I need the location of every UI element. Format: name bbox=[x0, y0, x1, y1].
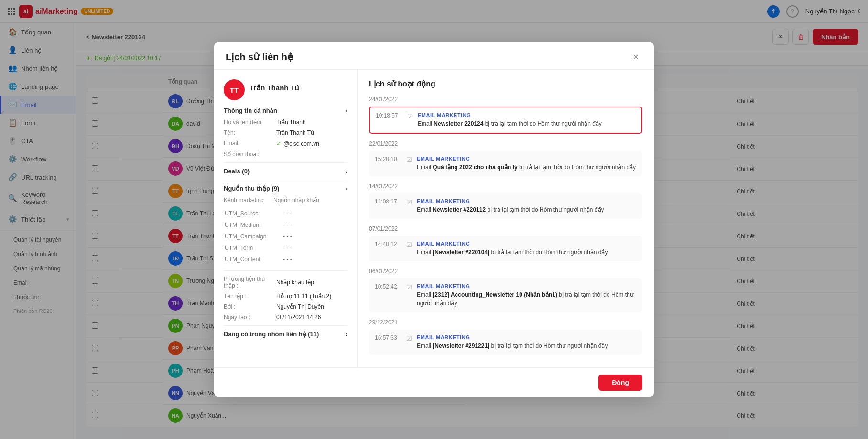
date-separator: 29/12/2021 bbox=[369, 319, 642, 326]
modal-title: Lịch sử liên hệ bbox=[226, 51, 293, 63]
activity-desc: Email [Newsletter #291221] bị trả lại tạ… bbox=[417, 342, 637, 350]
contact-avatar: TT bbox=[224, 79, 245, 100]
activity-content: EMAIL MARKETING Email [Newsletter #29122… bbox=[417, 334, 637, 350]
check-icon: ☑ bbox=[406, 241, 412, 257]
utm-key: UTM_Source bbox=[225, 208, 282, 219]
modal-header: Lịch sử liên hệ × bbox=[214, 42, 654, 70]
activity-time: 11:08:17 bbox=[375, 198, 401, 214]
utm-header: Kênh marketing Nguồn nhập khẩu bbox=[224, 197, 347, 203]
date-separator: 24/01/2022 bbox=[369, 96, 642, 103]
activity-time: 10:52:42 bbox=[375, 283, 401, 308]
field-email: Email: ✓ @cjsc.com.vn bbox=[224, 140, 347, 147]
modal-footer: Đóng bbox=[214, 367, 654, 397]
activity-time: 15:20:10 bbox=[375, 156, 401, 171]
activity-desc: Email Newsletter 220124 bị trả lại tạm t… bbox=[418, 119, 636, 128]
modal-close-button[interactable]: × bbox=[629, 50, 642, 64]
activity-item: 14:40:12 ☑ EMAIL MARKETING Email [Newsle… bbox=[369, 236, 642, 261]
deals-section[interactable]: Deals (0) › bbox=[224, 168, 347, 175]
divider3 bbox=[224, 270, 347, 271]
utm-key: UTM_Medium bbox=[225, 220, 282, 230]
utm-row: UTM_Campaign - - - bbox=[225, 231, 347, 242]
date-separator: 22/01/2022 bbox=[369, 140, 642, 147]
utm-value: - - - bbox=[283, 208, 347, 219]
chevron-right-icon: › bbox=[346, 107, 347, 114]
activity-content: EMAIL MARKETING Email [Newsletter #22010… bbox=[417, 241, 637, 257]
field-phone: Số điện thoại: bbox=[224, 151, 347, 158]
activity-desc: Email Newsletter #220112 bị trả lại tạm … bbox=[417, 205, 637, 214]
date-separator: 14/01/2022 bbox=[369, 183, 642, 190]
divider2 bbox=[224, 180, 347, 180]
utm-key: UTM_Campaign bbox=[225, 231, 282, 242]
date-separator: 06/01/2022 bbox=[369, 268, 642, 275]
date-separator: 07/01/2022 bbox=[369, 225, 642, 232]
utm-value: - - - bbox=[283, 231, 347, 242]
utm-value: - - - bbox=[283, 243, 347, 253]
nhom-section[interactable]: Đang có trong nhóm liên hệ (11) › bbox=[224, 331, 347, 338]
activity-content: EMAIL MARKETING Email [2312] Accounting_… bbox=[417, 283, 637, 308]
activity-item: 11:08:17 ☑ EMAIL MARKETING Email Newslet… bbox=[369, 193, 642, 219]
activity-item: 16:57:33 ☑ EMAIL MARKETING Email [Newsle… bbox=[369, 330, 642, 355]
check-icon: ☑ bbox=[406, 156, 412, 171]
field-ten-tep: Tên tệp : Hỗ trợ 11.11 (Tuần 2) bbox=[224, 293, 347, 300]
activity-tag: EMAIL MARKETING bbox=[417, 198, 637, 204]
utm-row: UTM_Medium - - - bbox=[225, 220, 347, 230]
activity-desc: Email [2312] Accounting_Newsletter 10 (N… bbox=[417, 290, 637, 308]
verified-icon: ✓ bbox=[276, 140, 282, 147]
activity-time: 14:40:12 bbox=[375, 241, 401, 257]
modal-overlay: Lịch sử liên hệ × TT Trần Thanh Tú Thông… bbox=[0, 0, 868, 439]
contact-name: Trần Thanh Tú bbox=[250, 84, 299, 92]
utm-row: UTM_Source - - - bbox=[225, 208, 347, 219]
chevron-right-icon: › bbox=[346, 331, 347, 338]
activity-item: 10:18:57 ☑ EMAIL MARKETING Email Newslet… bbox=[369, 107, 642, 134]
activity-content: EMAIL MARKETING Email Newsletter 220124 … bbox=[418, 112, 636, 128]
nguon-section[interactable]: Nguồn thu thập (9) › bbox=[224, 185, 347, 192]
modal-right-panel: Lịch sử hoạt động 24/01/2022 10:18:57 ☑ … bbox=[358, 70, 654, 367]
activity-desc: Email Quà tặng 2022 cho nhà quản lý bị t… bbox=[417, 163, 637, 171]
activity-tag: EMAIL MARKETING bbox=[417, 334, 637, 340]
chevron-right-icon: › bbox=[346, 185, 347, 192]
activity-content: EMAIL MARKETING Email Newsletter #220112… bbox=[417, 198, 637, 214]
utm-table: UTM_Source - - - UTM_Medium - - - UTM_Ca… bbox=[224, 207, 347, 266]
field-ten: Tên: Trần Thanh Tú bbox=[224, 129, 347, 136]
check-icon: ☑ bbox=[406, 335, 412, 350]
activity-item: 15:20:10 ☑ EMAIL MARKETING Email Quà tặn… bbox=[369, 151, 642, 176]
utm-row: UTM_Content - - - bbox=[225, 254, 347, 265]
activity-time: 16:57:33 bbox=[375, 334, 401, 350]
utm-value: - - - bbox=[283, 220, 347, 230]
check-icon: ☑ bbox=[406, 199, 412, 214]
check-icon: ☑ bbox=[407, 113, 413, 128]
divider1 bbox=[224, 162, 347, 163]
field-ngay-tao: Ngày tạo : 08/11/2021 14:26 bbox=[224, 314, 347, 321]
activity-time: 10:18:57 bbox=[376, 112, 402, 128]
modal-body: TT Trần Thanh Tú Thông tin cá nhân › Họ … bbox=[214, 70, 654, 367]
modal-left-panel: TT Trần Thanh Tú Thông tin cá nhân › Họ … bbox=[214, 70, 358, 367]
utm-key: UTM_Term bbox=[225, 243, 282, 253]
activity-tag: EMAIL MARKETING bbox=[418, 112, 636, 118]
field-boi: Bởi : Nguyễn Thị Duyên bbox=[224, 303, 347, 310]
utm-value: - - - bbox=[283, 254, 347, 265]
activity-tag: EMAIL MARKETING bbox=[417, 283, 637, 289]
activity-title: Lịch sử hoạt động bbox=[369, 79, 642, 88]
activity-tag: EMAIL MARKETING bbox=[417, 241, 637, 246]
activity-tag: EMAIL MARKETING bbox=[417, 156, 637, 161]
utm-row: UTM_Term - - - bbox=[225, 243, 347, 253]
check-icon: ☑ bbox=[406, 284, 412, 308]
field-phuong-tien: Phương tiện thu thập : Nhập khẩu tệp bbox=[224, 276, 347, 289]
field-ho-ten-dem: Họ và tên đệm: Trần Thanh bbox=[224, 119, 347, 126]
activity-feed: 24/01/2022 10:18:57 ☑ EMAIL MARKETING Em… bbox=[369, 96, 642, 355]
chevron-right-icon: › bbox=[346, 168, 347, 175]
divider4 bbox=[224, 325, 347, 326]
personal-info-section[interactable]: Thông tin cá nhân › bbox=[224, 107, 347, 114]
activity-desc: Email [Newsletter #220104] bị trả lại tạ… bbox=[417, 248, 637, 257]
close-modal-button[interactable]: Đóng bbox=[598, 375, 642, 391]
activity-content: EMAIL MARKETING Email Quà tặng 2022 cho … bbox=[417, 156, 637, 171]
activity-item: 10:52:42 ☑ EMAIL MARKETING Email [2312] … bbox=[369, 278, 642, 312]
contact-history-modal: Lịch sử liên hệ × TT Trần Thanh Tú Thông… bbox=[214, 42, 654, 397]
utm-key: UTM_Content bbox=[225, 254, 282, 265]
